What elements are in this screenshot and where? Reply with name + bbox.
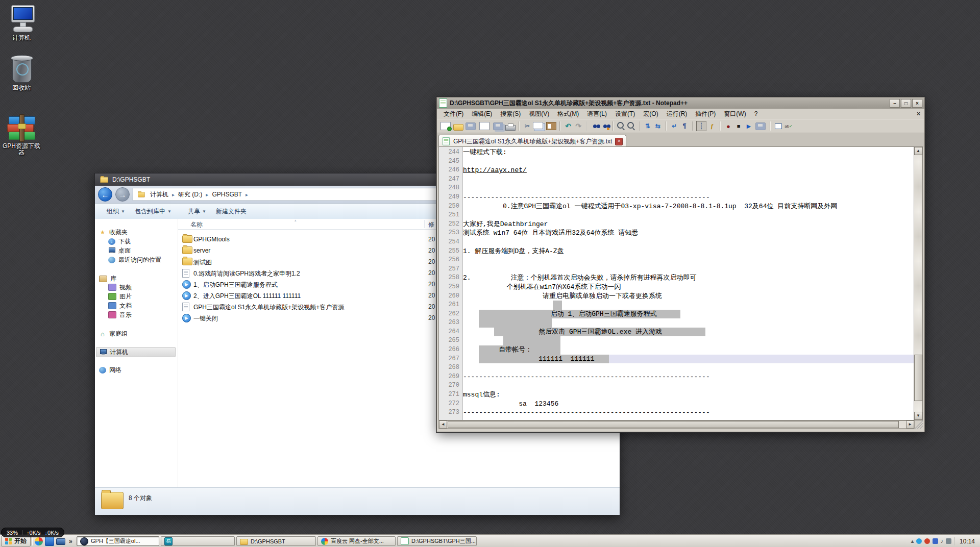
desktop-icon-recycle[interactable]: 回收站 — [0, 53, 43, 91]
quick-launch-desktop-icon[interactable] — [56, 538, 65, 545]
editor-line[interactable] — [463, 381, 914, 390]
editor-line[interactable] — [463, 211, 914, 220]
volume-icon[interactable]: ♪ — [941, 539, 943, 544]
play-icon[interactable]: ▶ — [744, 121, 753, 131]
editor-line[interactable]: 测试系统 win7 64位 且本游戏适用32及64位系统 请知悉 — [463, 229, 914, 238]
editor-line[interactable]: 大家好,我是Deathbringer — [463, 220, 914, 229]
breadcrumb-segment[interactable]: GPHSGBT — [211, 191, 243, 198]
resize-grip[interactable] — [915, 420, 923, 429]
column-name[interactable]: 名称 — [190, 220, 203, 229]
taskbar-clock[interactable]: 10:14 — [958, 538, 978, 545]
commandbar-组织[interactable]: 组织▼ — [107, 207, 125, 216]
editor-line[interactable] — [463, 363, 914, 372]
editor-line[interactable]: ----------------------------------------… — [463, 372, 914, 382]
scroll-down-icon[interactable]: ▼ — [914, 412, 922, 420]
function-list-icon[interactable]: ƒ — [707, 121, 717, 131]
new-icon[interactable] — [440, 122, 451, 130]
horizontal-scrollbar[interactable]: ◄ ► — [438, 420, 915, 429]
document-close-icon[interactable]: × — [917, 110, 920, 117]
menu-item[interactable]: 编辑(E) — [468, 109, 496, 119]
column-date-partial[interactable]: 修 — [428, 220, 434, 229]
sidebar-item-音乐[interactable]: 音乐 — [108, 310, 132, 319]
sidebar-item-文档[interactable]: 文档 — [108, 301, 132, 310]
notepadpp-titlebar[interactable]: D:\GPHSGBT\GPH三国霸途ol S1永久单机珍藏版+架设视频+客户资源… — [437, 97, 924, 109]
record-icon[interactable]: ● — [724, 121, 733, 131]
tab-close-icon[interactable]: × — [615, 138, 623, 145]
copy-icon[interactable] — [533, 122, 543, 129]
text-content[interactable]: 一键程式下载:http://aayx.net/-----------------… — [463, 147, 914, 420]
play-save-icon[interactable] — [755, 122, 766, 130]
editor-line[interactable] — [463, 238, 914, 247]
save-icon[interactable] — [465, 122, 476, 130]
column-divider[interactable] — [424, 220, 425, 228]
open-icon[interactable] — [453, 124, 463, 131]
editor-line[interactable]: 1. 解压服务端到D盘，支持A-Z盘 — [463, 247, 914, 256]
scroll-up-icon[interactable]: ▲ — [914, 147, 922, 155]
hidden-icons-chevron[interactable]: ▴ — [911, 539, 914, 544]
scroll-left-icon[interactable]: ◄ — [439, 420, 447, 429]
indent-guide-icon[interactable]: ┊ — [696, 121, 706, 131]
editor-line[interactable]: ----------------------------------------… — [463, 193, 914, 202]
editor-line[interactable]: 请重启电脑或单独启动一下或者更换系统 — [463, 292, 914, 301]
editor-line[interactable] — [463, 175, 914, 184]
menu-item[interactable]: 文件(F) — [440, 109, 467, 119]
maximize-button[interactable]: □ — [901, 99, 911, 108]
quick-launch-app-icon[interactable] — [45, 537, 54, 546]
menu-item[interactable]: 视图(V) — [525, 109, 553, 119]
commandbar-共享[interactable]: 共享▼ — [188, 207, 206, 216]
menu-item[interactable]: 窗口(W) — [720, 109, 749, 119]
editor-line[interactable]: 个别机器在win7的X64系统下启动一闪 — [463, 283, 914, 292]
taskbar-button[interactable]: 易 — [161, 536, 235, 546]
minimize-button[interactable]: – — [890, 99, 900, 108]
vertical-scroll-thumb[interactable] — [914, 355, 922, 401]
horizontal-scroll-thumb[interactable] — [448, 421, 899, 428]
editor-line[interactable] — [463, 157, 914, 166]
sidebar-item-家庭组[interactable]: ⌂家庭组 — [99, 329, 128, 338]
editor-line[interactable] — [463, 256, 914, 265]
quick-launch-overflow-icon[interactable]: » — [67, 538, 74, 545]
editor-line[interactable] — [463, 318, 914, 328]
sidebar-item-视频[interactable]: 视频 — [108, 283, 132, 292]
editor-line[interactable]: 0.注意GPH三国霸途ol 一键程式适用于03-xp-visa-7-2008-8… — [463, 202, 914, 211]
sidebar-item-最近访问的位置[interactable]: 最近访问的位置 — [108, 255, 161, 264]
sidebar-item-图片[interactable]: 图片 — [108, 292, 132, 301]
editor-line[interactable] — [463, 336, 914, 345]
forward-button[interactable]: → — [115, 187, 130, 202]
taskbar-button[interactable]: D:\GPHSGBT\GPH三国... — [397, 536, 477, 546]
sync-v-icon[interactable]: ⇅ — [643, 121, 652, 131]
save-all-icon[interactable] — [493, 122, 503, 130]
menu-item[interactable]: 设置(T) — [611, 109, 639, 119]
taskbar-button[interactable]: D:\GPHSGBT — [236, 536, 316, 546]
menu-item[interactable]: 搜索(S) — [497, 109, 524, 119]
sidebar-item-收藏夹[interactable]: ★收藏夹 — [99, 228, 128, 237]
tray-security-red-icon[interactable] — [924, 538, 930, 544]
sidebar-item-下载[interactable]: ↓下载 — [108, 237, 131, 246]
back-button[interactable]: ← — [98, 187, 112, 202]
menu-item[interactable]: 运行(R) — [663, 109, 691, 119]
monitor-icon[interactable] — [774, 121, 783, 131]
editor-line[interactable]: sa 123456 — [463, 400, 914, 409]
menu-item[interactable]: 宏(O) — [640, 109, 662, 119]
menu-item[interactable]: 语言(L) — [583, 109, 610, 119]
find-icon[interactable] — [590, 121, 599, 131]
menu-item[interactable]: 插件(P) — [692, 109, 719, 119]
sidebar-item-计算机[interactable]: 计算机 — [96, 347, 176, 357]
zoom-out-icon[interactable] — [627, 121, 636, 131]
cut-icon[interactable]: ✂ — [523, 121, 532, 131]
editor-line[interactable]: 然后双击 GPH三国霸途OL.exe 进入游戏 — [463, 328, 914, 337]
quick-launch-media-icon[interactable] — [35, 537, 43, 545]
sidebar-item-库[interactable]: 库 — [99, 274, 116, 283]
print-icon[interactable] — [505, 125, 516, 131]
taskbar-button[interactable]: 百度云 网盘-全部文... — [317, 536, 396, 546]
menu-item[interactable]: 格式(M) — [554, 109, 582, 119]
paste-icon[interactable] — [546, 122, 556, 130]
menu-item[interactable]: ? — [751, 109, 762, 118]
taskbar-button[interactable]: GPH【三国霸途ol... — [77, 536, 159, 546]
editor-line[interactable]: http://aayx.net/ — [463, 166, 914, 175]
start-button[interactable]: 开始 — [1, 536, 31, 546]
editor-line[interactable]: ----------------------------------------… — [463, 408, 914, 417]
sync-h-icon[interactable]: ⇆ — [653, 121, 663, 131]
editor-line[interactable]: 2. 注意：个别机器首次启动会失败，请杀掉所有进程再次启动即可 — [463, 274, 914, 283]
commandbar-新建文件夹[interactable]: 新建文件夹 — [216, 207, 247, 216]
commandbar-包含到库中[interactable]: 包含到库中▼ — [135, 207, 172, 216]
